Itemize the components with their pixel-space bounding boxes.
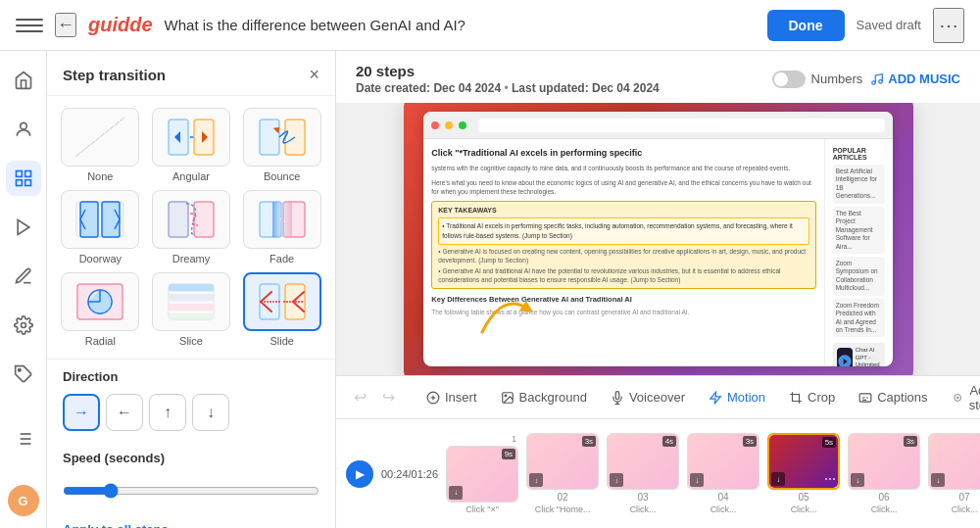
- motion-button[interactable]: Motion: [699, 384, 775, 410]
- background-label: Background: [519, 390, 587, 405]
- back-button[interactable]: ←: [55, 13, 76, 37]
- panel-title: Step transition: [63, 67, 166, 83]
- content-area: 20 steps Date created: Dec 04 2024 • Las…: [336, 51, 980, 528]
- film-item-01[interactable]: 1 9s ↓ Click "×": [446, 434, 518, 514]
- sidebar-item-edit[interactable]: [6, 259, 41, 294]
- transition-label-bounce: Bounce: [264, 170, 300, 182]
- sidebar-item-home[interactable]: [6, 63, 41, 98]
- add-music-label: ADD MUSIC: [888, 72, 960, 86]
- speed-slider[interactable]: [63, 483, 319, 499]
- sidebar-item-users[interactable]: [6, 112, 41, 147]
- sidebar-item-puzzle[interactable]: [6, 357, 41, 392]
- direction-buttons: → ← ↑ ↓: [63, 394, 319, 431]
- svg-rect-34: [169, 294, 214, 302]
- svg-rect-23: [194, 202, 214, 237]
- svg-rect-1: [16, 171, 22, 177]
- add-step-button[interactable]: Add step: [942, 377, 980, 418]
- film-download-05: ↓: [771, 472, 785, 486]
- film-thumb-03: 4s ↓: [607, 433, 679, 490]
- film-item-03[interactable]: 4s ↓ 03 Click...: [607, 433, 679, 514]
- svg-rect-21: [102, 202, 120, 237]
- transition-fade[interactable]: ↑↓ Fade: [240, 190, 323, 264]
- transition-radial[interactable]: Radial: [59, 272, 142, 347]
- filmstrip: ▶ 00:24/01:26 1 9s ↓ Click "×" 3s ↓: [336, 418, 980, 528]
- transition-label-dreamy: Dreamy: [172, 253, 211, 264]
- film-item-07[interactable]: 5s ↓ 07 Click...: [928, 433, 980, 514]
- film-time-06: 3s: [904, 436, 917, 447]
- film-label-04: Click...: [710, 504, 737, 514]
- film-item-02[interactable]: 3s ↓ 02 Click "Home...: [526, 433, 599, 514]
- transition-slide[interactable]: Slide: [240, 272, 323, 347]
- add-step-label: Add step: [966, 383, 980, 412]
- direction-label: Direction: [63, 369, 319, 384]
- transition-box-angular: [152, 108, 230, 167]
- main-content: G Step transition × None: [0, 51, 980, 528]
- browser-bar: [423, 112, 892, 139]
- direction-right-button[interactable]: →: [63, 394, 100, 431]
- film-item-05[interactable]: 5s ↓ ⋯ 05 Click...: [767, 433, 840, 514]
- sidebar-item-list[interactable]: [6, 421, 41, 456]
- undo-button[interactable]: ↩: [348, 384, 372, 410]
- numbers-toggle-switch[interactable]: [772, 71, 806, 88]
- film-label-06: Click...: [871, 504, 898, 514]
- film-thumb-02: 3s ↓: [526, 433, 599, 490]
- sidebar-item-settings[interactable]: [6, 308, 41, 343]
- direction-section: Direction → ← ↑ ↓: [47, 359, 335, 441]
- filmstrip-play-button[interactable]: ▶: [346, 460, 373, 488]
- film-label-02: Click "Home...: [535, 504, 591, 514]
- captions-button[interactable]: Captions: [849, 384, 937, 410]
- transition-dreamy[interactable]: Dreamy: [150, 190, 233, 264]
- direction-left-button[interactable]: ←: [106, 394, 143, 431]
- film-time-01: 9s: [502, 449, 515, 459]
- bottom-toolbar: ↩ ↪ Insert Background Voiceover Motion: [336, 375, 980, 418]
- film-number-07: 07: [959, 492, 970, 503]
- more-options-button[interactable]: ⋯: [933, 8, 964, 43]
- transition-none[interactable]: None: [59, 108, 142, 182]
- add-music-button[interactable]: ADD MUSIC: [870, 72, 960, 86]
- transition-box-doorway: [61, 190, 139, 249]
- insert-button[interactable]: Insert: [416, 384, 487, 410]
- done-button[interactable]: Done: [767, 10, 845, 41]
- transition-label-slide: Slide: [270, 335, 293, 347]
- svg-rect-22: [169, 202, 188, 237]
- content-meta: Date created: Dec 04 2024 • Last updated…: [356, 81, 660, 95]
- film-number-04: 04: [718, 492, 729, 503]
- apply-to-all-button[interactable]: Apply to all steps: [63, 522, 169, 528]
- film-label-05: Click...: [791, 504, 817, 514]
- voiceover-button[interactable]: Voiceover: [601, 384, 695, 410]
- content-header: 20 steps Date created: Dec 04 2024 • Las…: [336, 51, 980, 103]
- panel-close-button[interactable]: ×: [309, 65, 319, 85]
- transition-slice[interactable]: Slice: [150, 272, 233, 347]
- film-index-01: 1: [446, 434, 518, 444]
- background-button[interactable]: Background: [491, 384, 597, 410]
- film-download-07: ↓: [931, 473, 945, 487]
- film-thumb-07: 5s ↓: [928, 433, 980, 490]
- film-time-02: 3s: [582, 436, 596, 447]
- transition-angular[interactable]: Angular: [150, 108, 233, 182]
- toggle-knob: [774, 72, 788, 86]
- transition-box-dreamy: [152, 190, 230, 249]
- speed-label: Speed (seconds): [63, 451, 319, 465]
- direction-down-button[interactable]: ↓: [192, 394, 229, 431]
- sidebar-item-grid[interactable]: [6, 161, 41, 196]
- menu-icon[interactable]: [16, 12, 43, 39]
- transition-box-slice: [152, 272, 230, 331]
- transition-doorway[interactable]: Doorway: [59, 190, 142, 264]
- film-time-04: 3s: [743, 436, 757, 447]
- redo-button[interactable]: ↪: [376, 384, 401, 410]
- crop-button[interactable]: Crop: [779, 384, 845, 410]
- page-title: What is the difference between GenAI and…: [165, 17, 756, 33]
- sidebar-left: G: [0, 51, 47, 528]
- film-thumb-01: 9s ↓: [446, 446, 518, 503]
- transition-bounce[interactable]: Bounce: [240, 108, 323, 182]
- step-transition-panel: Step transition × None: [47, 51, 336, 528]
- motion-label: Motion: [727, 390, 765, 405]
- film-more-05[interactable]: ⋯: [824, 472, 836, 486]
- sidebar-item-play[interactable]: [6, 210, 41, 245]
- film-item-04[interactable]: 3s ↓ 04 Click...: [687, 433, 760, 514]
- user-avatar[interactable]: G: [8, 485, 39, 516]
- preview-image: Click "*Traditional AI excels in perform…: [404, 103, 913, 375]
- film-item-06[interactable]: 3s ↓ 06 Click...: [848, 433, 920, 514]
- direction-up-button[interactable]: ↑: [149, 394, 186, 431]
- film-label-07: Click...: [952, 504, 978, 514]
